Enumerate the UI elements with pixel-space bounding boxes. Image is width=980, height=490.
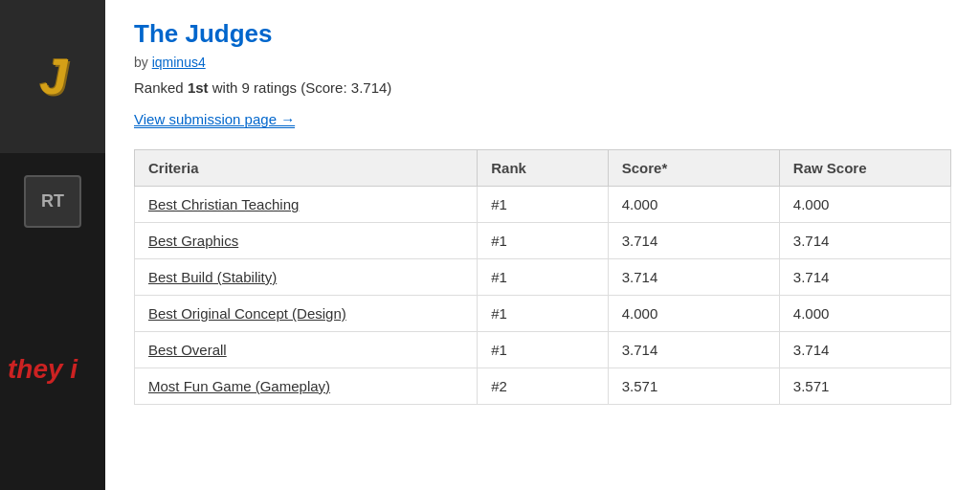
- author-line: by iqminus4: [134, 55, 951, 70]
- rt-badge: RT: [24, 175, 81, 228]
- criteria-link[interactable]: Best Build (Stability): [148, 269, 277, 285]
- author-link[interactable]: iqminus4: [152, 55, 206, 70]
- raw-score-cell: 3.714: [779, 259, 950, 296]
- table-row: Most Fun Game (Gameplay)#23.5713.571: [135, 368, 951, 405]
- rank-cell: #2: [478, 368, 608, 405]
- score-cell: 3.714: [608, 259, 779, 296]
- criteria-cell: Best Build (Stability): [135, 259, 478, 296]
- col-criteria: Criteria: [135, 150, 478, 187]
- criteria-cell: Best Graphics: [135, 223, 478, 259]
- criteria-link[interactable]: Best Original Concept (Design): [148, 305, 346, 322]
- score-cell: 3.714: [608, 223, 779, 259]
- criteria-link[interactable]: Best Christian Teaching: [148, 196, 299, 212]
- ranked-line: Ranked 1st with 9 ratings (Score: 3.714): [134, 79, 951, 96]
- table-row: Best Christian Teaching#14.0004.000: [135, 187, 951, 223]
- raw-score-cell: 3.714: [779, 223, 950, 259]
- rank-cell: #1: [478, 296, 608, 332]
- table-row: Best Original Concept (Design)#14.0004.0…: [135, 296, 951, 332]
- criteria-link[interactable]: Most Fun Game (Gameplay): [148, 378, 330, 394]
- score-cell: 3.571: [608, 368, 779, 405]
- criteria-table: Criteria Rank Score* Raw Score Best Chri…: [134, 149, 951, 405]
- game-title: The Judges: [134, 19, 951, 49]
- table-row: Best Build (Stability)#13.7143.714: [135, 259, 951, 296]
- rank-value: 1st: [188, 79, 209, 96]
- graffiti-mid: RT: [0, 153, 105, 249]
- rank-cell: #1: [478, 223, 608, 259]
- col-score: Score*: [608, 150, 779, 187]
- score-cell: 4.000: [608, 296, 779, 332]
- raw-score-cell: 3.571: [779, 368, 950, 405]
- criteria-cell: Best Christian Teaching: [135, 187, 478, 223]
- score-cell: 3.714: [608, 332, 779, 368]
- col-rank: Rank: [478, 150, 608, 187]
- ratings-suffix: with 9 ratings (Score: 3.714): [212, 79, 392, 96]
- graffiti-bottom: they i: [0, 249, 105, 490]
- right-panel: The Judges by iqminus4 Ranked 1st with 9…: [105, 0, 980, 490]
- author-prefix: by: [134, 55, 148, 70]
- rank-cell: #1: [478, 187, 608, 223]
- score-cell: 4.000: [608, 187, 779, 223]
- criteria-link[interactable]: Best Graphics: [148, 233, 238, 249]
- graffiti-char: J: [40, 52, 66, 101]
- view-submission-link[interactable]: View submission page →: [134, 111, 295, 128]
- table-row: Best Graphics#13.7143.714: [135, 223, 951, 259]
- they-text: they i: [8, 354, 78, 385]
- criteria-link[interactable]: Best Overall: [148, 342, 227, 358]
- criteria-cell: Best Overall: [135, 332, 478, 368]
- raw-score-cell: 4.000: [779, 296, 950, 332]
- raw-score-cell: 4.000: [779, 187, 950, 223]
- table-row: Best Overall#13.7143.714: [135, 332, 951, 368]
- rank-cell: #1: [478, 332, 608, 368]
- rt-text: RT: [41, 191, 64, 212]
- graffiti-top: J: [0, 0, 105, 153]
- col-raw-score: Raw Score: [779, 150, 950, 187]
- rank-cell: #1: [478, 259, 608, 296]
- criteria-cell: Best Original Concept (Design): [135, 296, 478, 332]
- ranked-label: Ranked: [134, 79, 184, 96]
- left-panel-image: J RT they i: [0, 0, 105, 490]
- raw-score-cell: 3.714: [779, 332, 950, 368]
- table-header-row: Criteria Rank Score* Raw Score: [135, 150, 951, 187]
- criteria-cell: Most Fun Game (Gameplay): [135, 368, 478, 405]
